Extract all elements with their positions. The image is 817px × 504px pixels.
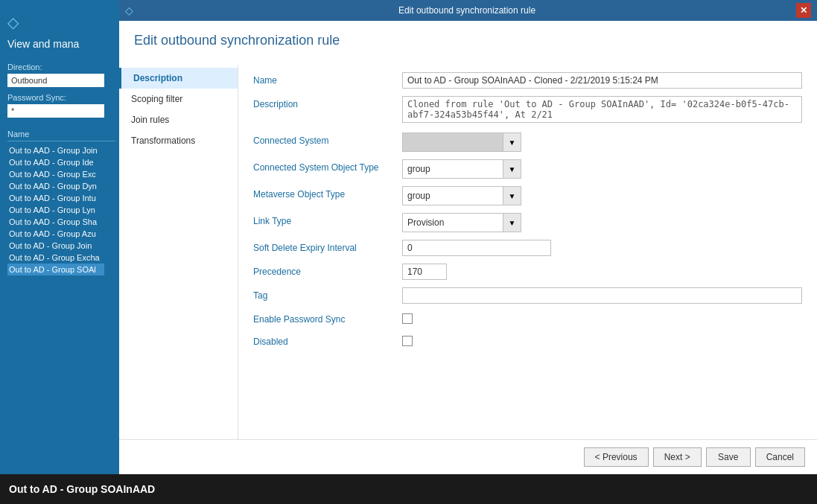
next-button[interactable]: Next >: [653, 447, 702, 467]
modal-footer: < Previous Next > Save Cancel: [119, 439, 817, 474]
precedence-control: [402, 264, 802, 280]
sidebar: ◇ View and mana Direction: Password Sync…: [0, 0, 123, 504]
enable-password-sync-control: [402, 311, 802, 326]
link-type-control: Provision ▼: [402, 213, 802, 232]
link-type-select[interactable]: Provision ▼: [402, 213, 521, 232]
form-row-enable-password-sync: Enable Password Sync: [253, 311, 802, 326]
link-type-arrow[interactable]: ▼: [503, 214, 521, 232]
list-item[interactable]: Out to AAD - Group Lyn: [7, 204, 104, 216]
list-item[interactable]: Out to AAD - Group Ide: [7, 156, 104, 168]
list-item[interactable]: Out to AAD - Group Sha: [7, 216, 104, 228]
enable-password-sync-label: Enable Password Sync: [253, 311, 402, 325]
form-row-connected-system-object-type: Connected System Object Type group ▼: [253, 159, 802, 179]
name-input[interactable]: [402, 72, 802, 89]
connected-system-arrow[interactable]: ▼: [503, 133, 521, 151]
password-sync-label: Password Sync:: [7, 93, 115, 102]
form-row-tag: Tag: [253, 287, 802, 304]
connected-system-object-type-value: group: [403, 162, 503, 176]
cancel-button[interactable]: Cancel: [755, 447, 805, 467]
form-row-precedence: Precedence: [253, 264, 802, 280]
description-control: Cloned from rule 'Out to AD - Group SOAI…: [402, 96, 802, 125]
form-row-metaverse-object-type: Metaverse Object Type group ▼: [253, 186, 802, 205]
precedence-input[interactable]: [402, 264, 447, 280]
form-row-name: Name: [253, 72, 802, 89]
modal-dialog: ◇ Edit outbound synchronization rule ✕ E…: [119, 0, 817, 474]
modal-body: Edit outbound synchronization rule Descr…: [119, 21, 817, 474]
connected-system-object-type-arrow[interactable]: ▼: [503, 160, 521, 178]
list-item[interactable]: Out to AAD - Group Exc: [7, 168, 104, 180]
metaverse-object-type-label: Metaverse Object Type: [253, 186, 402, 200]
sidebar-title: View and mana: [7, 37, 115, 51]
modal-close-button[interactable]: ✕: [796, 3, 811, 18]
connected-system-label: Connected System: [253, 133, 402, 146]
form-area: Name Description Cloned from rule 'Out t…: [238, 65, 817, 439]
nav-item-transformations[interactable]: Transformations: [119, 130, 238, 151]
nav-item-join-rules[interactable]: Join rules: [119, 109, 238, 130]
list-item[interactable]: Out to AAD - Group Azu: [7, 228, 104, 240]
metaverse-object-type-arrow[interactable]: ▼: [503, 187, 521, 205]
modal-header: Edit outbound synchronization rule: [119, 21, 817, 65]
left-navigation: Description Scoping filter Join rules Tr…: [119, 65, 238, 439]
nav-item-scoping-filter[interactable]: Scoping filter: [119, 89, 238, 109]
sidebar-app-icon: ◇: [7, 13, 115, 31]
direction-input[interactable]: [7, 74, 104, 87]
connected-system-object-type-control: group ▼: [402, 159, 802, 179]
modal-main-title: Edit outbound synchronization rule: [134, 33, 802, 48]
metaverse-object-type-value: group: [403, 188, 503, 203]
nav-item-description[interactable]: Description: [119, 68, 238, 89]
disabled-label: Disabled: [253, 334, 402, 347]
list-item-selected[interactable]: Out to AD - Group SOAl: [7, 264, 104, 275]
modal-titlebar: ◇ Edit outbound synchronization rule ✕: [119, 0, 817, 21]
link-type-value: Provision: [403, 215, 503, 230]
list-item[interactable]: Out to AAD - Group Intu: [7, 192, 104, 204]
connected-system-object-type-select[interactable]: group ▼: [402, 159, 521, 179]
soft-delete-expiry-label: Soft Delete Expiry Interval: [253, 240, 402, 253]
name-control: [402, 72, 802, 89]
previous-button[interactable]: < Previous: [584, 447, 649, 467]
connected-system-object-type-label: Connected System Object Type: [253, 159, 402, 173]
tag-label: Tag: [253, 287, 402, 301]
name-label: Name: [253, 72, 402, 86]
list-item[interactable]: Out to AAD - Group Join: [7, 144, 104, 156]
list-item[interactable]: Out to AD - Group Excha: [7, 252, 104, 264]
form-row-link-type: Link Type Provision ▼: [253, 213, 802, 232]
rule-list: Name Out to AAD - Group Join Out to AAD …: [7, 130, 115, 275]
connected-system-select[interactable]: ▼: [402, 133, 521, 152]
password-sync-input[interactable]: [7, 104, 104, 118]
tag-control: [402, 287, 802, 304]
metaverse-object-type-control: group ▼: [402, 186, 802, 205]
tag-input[interactable]: [402, 287, 802, 304]
disabled-control: [402, 334, 802, 348]
description-textarea[interactable]: Cloned from rule 'Out to AD - Group SOAI…: [402, 96, 802, 123]
precedence-label: Precedence: [253, 264, 402, 277]
soft-delete-expiry-input[interactable]: [402, 240, 551, 256]
form-row-description: Description Cloned from rule 'Out to AD …: [253, 96, 802, 125]
form-row-disabled: Disabled: [253, 334, 802, 348]
list-item[interactable]: Out to AAD - Group Dyn: [7, 180, 104, 192]
form-row-connected-system: Connected System ▼: [253, 133, 802, 152]
description-label: Description: [253, 96, 402, 109]
connected-system-value: [403, 140, 503, 144]
modal-content: Description Scoping filter Join rules Tr…: [119, 65, 817, 439]
enable-password-sync-checkbox[interactable]: [402, 313, 413, 324]
disabled-checkbox[interactable]: [402, 336, 413, 346]
link-type-label: Link Type: [253, 213, 402, 226]
form-row-soft-delete-expiry: Soft Delete Expiry Interval: [253, 240, 802, 256]
modal-titlebar-icon: ◇: [125, 4, 133, 16]
direction-label: Direction:: [7, 63, 115, 71]
list-item[interactable]: Out to AD - Group Join: [7, 240, 104, 252]
connected-system-control: ▼: [402, 133, 802, 152]
soft-delete-expiry-control: [402, 240, 802, 256]
bottom-bar: Out to AD - Group SOAInAAD: [0, 474, 817, 504]
bottom-bar-text: Out to AD - Group SOAInAAD: [9, 483, 155, 495]
name-column-header: Name: [7, 130, 115, 141]
metaverse-object-type-select[interactable]: group ▼: [402, 186, 521, 205]
save-button[interactable]: Save: [706, 447, 751, 467]
modal-titlebar-title: Edit outbound synchronization rule: [138, 5, 796, 16]
